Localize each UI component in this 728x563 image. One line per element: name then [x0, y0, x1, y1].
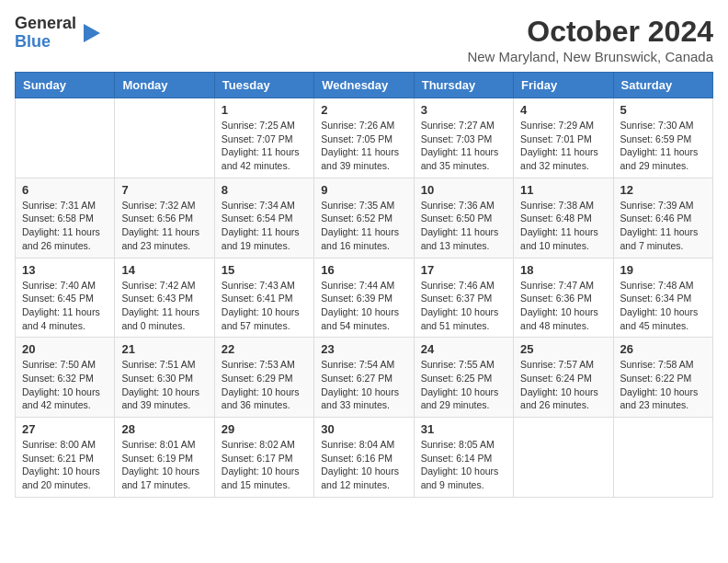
day-number: 16	[321, 263, 406, 277]
calendar-week-row: 27Sunrise: 8:00 AMSunset: 6:21 PMDayligh…	[16, 418, 713, 498]
day-info: Sunrise: 7:25 AMSunset: 7:07 PMDaylight:…	[222, 119, 307, 173]
day-info: Sunrise: 7:54 AMSunset: 6:27 PMDaylight:…	[321, 358, 406, 412]
day-number: 20	[22, 342, 108, 356]
day-number: 24	[421, 342, 506, 356]
day-info: Sunrise: 7:36 AMSunset: 6:50 PMDaylight:…	[421, 199, 506, 253]
day-number: 11	[520, 183, 606, 197]
day-info: Sunrise: 7:38 AMSunset: 6:48 PMDaylight:…	[520, 199, 606, 253]
table-row: 5Sunrise: 7:30 AMSunset: 6:59 PMDaylight…	[613, 98, 712, 178]
table-row: 2Sunrise: 7:26 AMSunset: 7:05 PMDaylight…	[314, 98, 414, 178]
table-row: 7Sunrise: 7:32 AMSunset: 6:56 PMDaylight…	[115, 178, 214, 258]
day-info: Sunrise: 7:31 AMSunset: 6:58 PMDaylight:…	[22, 199, 108, 253]
day-number: 29	[222, 422, 307, 436]
day-number: 15	[222, 263, 307, 277]
day-info: Sunrise: 7:29 AMSunset: 7:01 PMDaylight:…	[520, 119, 606, 173]
day-info: Sunrise: 7:50 AMSunset: 6:32 PMDaylight:…	[22, 358, 108, 412]
day-number: 13	[22, 263, 108, 277]
table-row: 9Sunrise: 7:35 AMSunset: 6:52 PMDaylight…	[314, 178, 414, 258]
table-row: 4Sunrise: 7:29 AMSunset: 7:01 PMDaylight…	[514, 98, 613, 178]
day-info: Sunrise: 8:01 AMSunset: 6:19 PMDaylight:…	[121, 438, 207, 492]
calendar-week-row: 13Sunrise: 7:40 AMSunset: 6:45 PMDayligh…	[16, 258, 713, 338]
table-row: 14Sunrise: 7:42 AMSunset: 6:43 PMDayligh…	[115, 258, 214, 338]
table-row	[613, 418, 712, 498]
day-info: Sunrise: 7:32 AMSunset: 6:56 PMDaylight:…	[121, 199, 207, 253]
day-number: 25	[520, 342, 606, 356]
day-info: Sunrise: 7:40 AMSunset: 6:45 PMDaylight:…	[22, 279, 108, 333]
day-number: 23	[321, 342, 406, 356]
day-number: 18	[520, 263, 606, 277]
table-row: 31Sunrise: 8:05 AMSunset: 6:14 PMDayligh…	[414, 418, 513, 498]
table-row: 8Sunrise: 7:34 AMSunset: 6:54 PMDaylight…	[214, 178, 313, 258]
table-row: 30Sunrise: 8:04 AMSunset: 6:16 PMDayligh…	[314, 418, 414, 498]
day-number: 7	[121, 183, 207, 197]
day-info: Sunrise: 8:05 AMSunset: 6:14 PMDaylight:…	[421, 438, 506, 492]
day-info: Sunrise: 7:27 AMSunset: 7:03 PMDaylight:…	[421, 119, 506, 173]
day-info: Sunrise: 7:55 AMSunset: 6:25 PMDaylight:…	[421, 358, 506, 412]
day-info: Sunrise: 7:53 AMSunset: 6:29 PMDaylight:…	[222, 358, 307, 412]
table-row: 11Sunrise: 7:38 AMSunset: 6:48 PMDayligh…	[514, 178, 613, 258]
calendar-header-row: Sunday Monday Tuesday Wednesday Thursday…	[16, 73, 713, 98]
day-info: Sunrise: 7:43 AMSunset: 6:41 PMDaylight:…	[222, 279, 307, 333]
day-number: 27	[22, 422, 108, 436]
table-row: 17Sunrise: 7:46 AMSunset: 6:37 PMDayligh…	[414, 258, 513, 338]
location-subtitle: New Maryland, New Brunswick, Canada	[467, 49, 713, 64]
calendar-week-row: 6Sunrise: 7:31 AMSunset: 6:58 PMDaylight…	[16, 178, 713, 258]
day-number: 28	[121, 422, 207, 436]
day-info: Sunrise: 7:47 AMSunset: 6:36 PMDaylight:…	[520, 279, 606, 333]
day-number: 22	[222, 342, 307, 356]
table-row: 26Sunrise: 7:58 AMSunset: 6:22 PMDayligh…	[613, 338, 712, 418]
day-info: Sunrise: 7:58 AMSunset: 6:22 PMDaylight:…	[620, 358, 706, 412]
col-saturday: Saturday	[613, 73, 712, 98]
day-info: Sunrise: 7:46 AMSunset: 6:37 PMDaylight:…	[421, 279, 506, 333]
day-number: 12	[620, 183, 706, 197]
day-info: Sunrise: 7:26 AMSunset: 7:05 PMDaylight:…	[321, 119, 406, 173]
day-number: 19	[620, 263, 706, 277]
day-number: 14	[121, 263, 207, 277]
day-number: 30	[321, 422, 406, 436]
calendar-week-row: 20Sunrise: 7:50 AMSunset: 6:32 PMDayligh…	[16, 338, 713, 418]
day-info: Sunrise: 7:42 AMSunset: 6:43 PMDaylight:…	[121, 279, 207, 333]
day-info: Sunrise: 8:02 AMSunset: 6:17 PMDaylight:…	[222, 438, 307, 492]
day-number: 5	[620, 103, 706, 117]
table-row	[115, 98, 214, 178]
col-friday: Friday	[514, 73, 613, 98]
table-row: 25Sunrise: 7:57 AMSunset: 6:24 PMDayligh…	[514, 338, 613, 418]
logo: General Blue	[15, 15, 84, 52]
day-number: 2	[321, 103, 406, 117]
svg-marker-0	[84, 24, 100, 42]
table-row: 12Sunrise: 7:39 AMSunset: 6:46 PMDayligh…	[613, 178, 712, 258]
day-number: 31	[421, 422, 506, 436]
day-info: Sunrise: 7:39 AMSunset: 6:46 PMDaylight:…	[620, 199, 706, 253]
calendar-table: Sunday Monday Tuesday Wednesday Thursday…	[15, 72, 713, 498]
col-thursday: Thursday	[414, 73, 513, 98]
day-info: Sunrise: 7:44 AMSunset: 6:39 PMDaylight:…	[321, 279, 406, 333]
day-number: 3	[421, 103, 506, 117]
table-row	[16, 98, 115, 178]
table-row: 15Sunrise: 7:43 AMSunset: 6:41 PMDayligh…	[214, 258, 313, 338]
table-row: 6Sunrise: 7:31 AMSunset: 6:58 PMDaylight…	[16, 178, 115, 258]
col-tuesday: Tuesday	[214, 73, 313, 98]
day-number: 1	[222, 103, 307, 117]
logo-triangle-icon	[84, 24, 100, 42]
table-row: 16Sunrise: 7:44 AMSunset: 6:39 PMDayligh…	[314, 258, 414, 338]
table-row: 1Sunrise: 7:25 AMSunset: 7:07 PMDaylight…	[214, 98, 313, 178]
table-row: 13Sunrise: 7:40 AMSunset: 6:45 PMDayligh…	[16, 258, 115, 338]
col-monday: Monday	[115, 73, 214, 98]
table-row: 18Sunrise: 7:47 AMSunset: 6:36 PMDayligh…	[514, 258, 613, 338]
table-row: 29Sunrise: 8:02 AMSunset: 6:17 PMDayligh…	[214, 418, 313, 498]
day-number: 26	[620, 342, 706, 356]
table-row: 22Sunrise: 7:53 AMSunset: 6:29 PMDayligh…	[214, 338, 313, 418]
day-info: Sunrise: 8:00 AMSunset: 6:21 PMDaylight:…	[22, 438, 108, 492]
table-row: 19Sunrise: 7:48 AMSunset: 6:34 PMDayligh…	[613, 258, 712, 338]
col-sunday: Sunday	[16, 73, 115, 98]
table-row: 21Sunrise: 7:51 AMSunset: 6:30 PMDayligh…	[115, 338, 214, 418]
day-number: 6	[22, 183, 108, 197]
day-number: 10	[421, 183, 506, 197]
logo-blue-text: Blue	[15, 33, 51, 52]
table-row	[514, 418, 613, 498]
day-info: Sunrise: 7:30 AMSunset: 6:59 PMDaylight:…	[620, 119, 706, 173]
day-number: 8	[222, 183, 307, 197]
day-number: 9	[321, 183, 406, 197]
day-number: 17	[421, 263, 506, 277]
table-row: 28Sunrise: 8:01 AMSunset: 6:19 PMDayligh…	[115, 418, 214, 498]
